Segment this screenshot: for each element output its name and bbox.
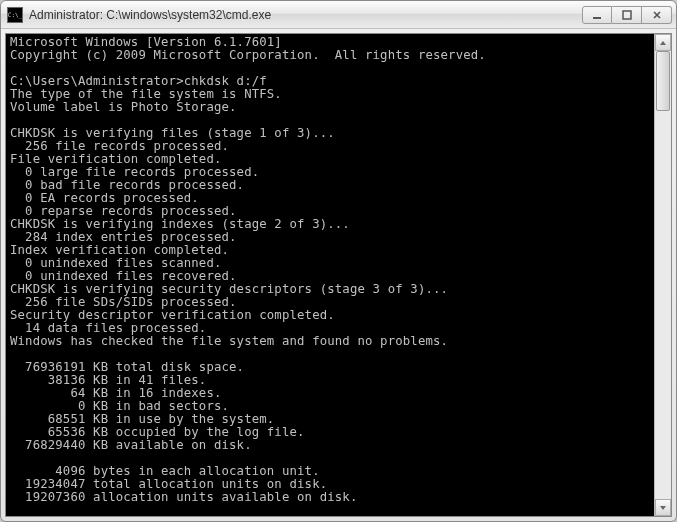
svg-rect-1 — [623, 11, 631, 19]
svg-rect-0 — [593, 17, 601, 19]
console-line: Copyright (c) 2009 Microsoft Corporation… — [10, 49, 652, 62]
titlebar[interactable]: Administrator: C:\windows\system32\cmd.e… — [1, 1, 676, 29]
console-line: Windows has checked the file system and … — [10, 335, 652, 348]
cmd-window: Administrator: C:\windows\system32\cmd.e… — [0, 0, 677, 522]
client-area: Microsoft Windows [Version 6.1.7601]Copy… — [5, 33, 672, 517]
console-line: Volume label is Photo Storage. — [10, 101, 652, 114]
close-icon — [652, 10, 662, 20]
console-line: 76829440 KB available on disk. — [10, 439, 652, 452]
vertical-scrollbar[interactable] — [654, 34, 671, 516]
console-line — [10, 504, 652, 516]
maximize-icon — [622, 10, 632, 20]
minimize-icon — [592, 10, 602, 20]
scroll-up-button[interactable] — [655, 34, 671, 51]
scroll-down-button[interactable] — [655, 499, 671, 516]
console-output[interactable]: Microsoft Windows [Version 6.1.7601]Copy… — [6, 34, 654, 516]
chevron-up-icon — [659, 39, 667, 47]
cmd-icon — [7, 7, 23, 23]
minimize-button[interactable] — [582, 6, 612, 24]
scroll-thumb[interactable] — [656, 51, 670, 111]
close-button[interactable] — [642, 6, 672, 24]
console-line: 19207360 allocation units available on d… — [10, 491, 652, 504]
window-controls — [582, 6, 672, 24]
scroll-track[interactable] — [655, 51, 671, 499]
maximize-button[interactable] — [612, 6, 642, 24]
window-title: Administrator: C:\windows\system32\cmd.e… — [29, 8, 576, 22]
chevron-down-icon — [659, 504, 667, 512]
